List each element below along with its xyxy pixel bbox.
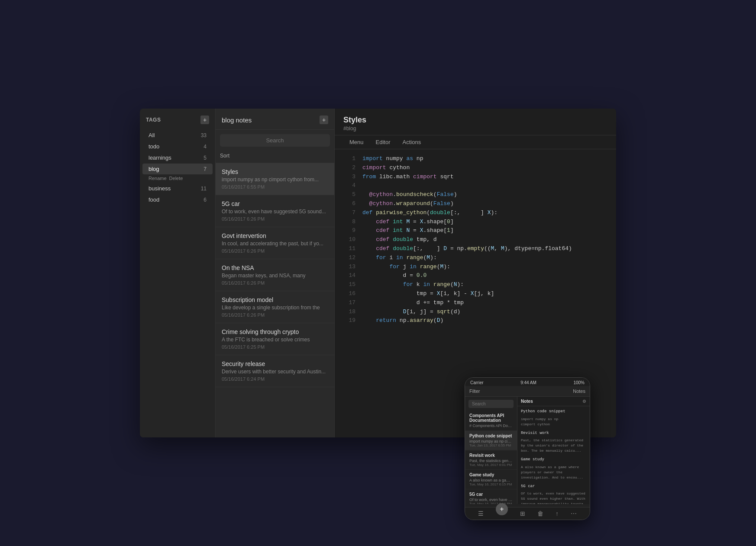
phone-share-icon[interactable]: ↑ <box>556 510 559 517</box>
note-item[interactable]: Govt intervertion In cool, and accelerat… <box>216 227 334 259</box>
notes-scroll[interactable]: Styles import numpy as np cimport cython… <box>216 163 334 437</box>
code-line: 5 @cython.boundscheck(False) <box>335 190 616 199</box>
phone-note-item[interactable]: Components API Documentation # Component… <box>465 411 517 431</box>
phone-note-date: Tue, May 16, 2017 6:16 PM <box>469 502 513 504</box>
note-title: Subscription model <box>222 296 328 303</box>
sidebar-item-all[interactable]: All 33 <box>142 130 213 141</box>
phone-more-icon[interactable]: ⋯ <box>571 510 577 517</box>
note-date: 05/16/2017 6:24 PM <box>222 376 328 382</box>
settings-icon[interactable]: ⚙ <box>582 399 586 404</box>
phone-note-item[interactable]: Python code snippet import numpy as np c… <box>465 431 517 450</box>
phone-note-date: Tue, Jan 13, 2017 6:55 PM <box>469 443 513 447</box>
code-line: 3 from libc.math cimport sqrt <box>335 173 616 182</box>
phone-editor-header: Notes ⚙ <box>517 397 590 406</box>
phone-note-title: Python code snippet <box>469 434 513 438</box>
code-line: 4 <box>335 181 616 190</box>
code-line: 7 def pairwise_cython(double[:, ] X): <box>335 209 616 218</box>
note-preview: Began master keys, and NSA, many <box>222 273 328 279</box>
phone-note-title: 5G car <box>469 492 513 497</box>
phone-note-title: Game study <box>469 472 513 477</box>
note-preview: In cool, and accelerating the past, but … <box>222 241 328 247</box>
phone-note-date: Tue, May 16, 2017 6:15 PM <box>469 482 513 486</box>
note-preview: Of to work, even have suggested 5G sound… <box>222 209 328 215</box>
phone-editor-icons: ⚙ <box>582 399 586 404</box>
phone-editor-title: Notes <box>521 399 533 404</box>
phone-battery: 100% <box>573 380 585 385</box>
sidebar-item-blog[interactable]: blog 7 <box>142 164 213 174</box>
sort-button[interactable]: Sort <box>220 153 229 159</box>
sidebar-item-label: food <box>149 196 159 203</box>
sidebar-item-label: All <box>149 132 155 138</box>
phone-header: Filter Notes <box>465 386 590 397</box>
add-note-button[interactable]: + <box>320 116 328 124</box>
phone-grid-icon[interactable]: ⊞ <box>520 510 525 517</box>
code-line: 14 d = 0.0 <box>335 271 616 280</box>
note-item[interactable]: On the NSA Began master keys, and NSA, m… <box>216 259 334 291</box>
note-item[interactable]: 5G car Of to work, even have suggested 5… <box>216 195 334 227</box>
phone-list-icon[interactable]: ☰ <box>478 510 484 517</box>
tags-label: Tags <box>146 117 161 123</box>
code-line: 13 for j in range(M): <box>335 263 616 272</box>
sidebar-item-business[interactable]: business 11 <box>142 183 213 194</box>
delete-label[interactable]: Delete <box>169 176 183 181</box>
sort-bar: Sort <box>216 149 334 163</box>
note-item[interactable]: Subscription model Like develop a single… <box>216 291 334 323</box>
note-date: 05/16/2017 6:55 PM <box>222 184 328 189</box>
note-title: Security release <box>222 360 328 367</box>
phone-add-button[interactable]: + <box>496 503 508 515</box>
phone-search-input[interactable] <box>468 400 514 408</box>
phone-time: 9:44 AM <box>520 380 536 385</box>
phone-filter-label[interactable]: Filter <box>469 389 480 394</box>
phone-notes-items: Components API Documentation # Component… <box>465 411 517 504</box>
code-line: 10 cdef double tmp, d <box>335 235 616 244</box>
code-line: 19 return np.asarray(D) <box>335 316 616 325</box>
sidebar-item-learnings[interactable]: learnings 5 <box>142 152 213 163</box>
phone-status-bar: Carrier 9:44 AM 100% <box>465 378 590 386</box>
note-item[interactable]: Security release Derive users with bette… <box>216 355 334 387</box>
phone-editor-content: Python code snippet import numpy as np c… <box>517 406 590 504</box>
rename-label[interactable]: Rename <box>149 176 167 181</box>
note-preview: Derive users with better security and Au… <box>222 369 328 375</box>
note-date: 05/16/2017 6:26 PM <box>222 280 328 286</box>
phone-note-preview: Past, the statistics generated by the un… <box>469 459 513 463</box>
sidebar-item-count: 5 <box>204 155 207 161</box>
note-preview: Like develop a single subscription from … <box>222 305 328 311</box>
code-line: 2 cimport cython <box>335 164 616 173</box>
editor-toolbar: Menu Editor Actions <box>335 135 616 149</box>
code-line: 1 import numpy as np <box>335 154 616 164</box>
phone-trash-icon[interactable]: 🗑 <box>537 510 543 517</box>
phone-note-item[interactable]: Revisit work Past, the statistics genera… <box>465 450 517 470</box>
sidebar-item-label: learnings <box>149 154 171 161</box>
sidebar-item-todo[interactable]: todo 4 <box>142 141 213 152</box>
phone-note-item[interactable]: 5G car Of to work, even have suggested 5… <box>465 489 517 504</box>
notes-items: Styles import numpy as np cimport cython… <box>216 163 334 387</box>
phone-editor: Notes ⚙ Python code snippet import numpy… <box>517 397 590 504</box>
add-tag-button[interactable]: + <box>200 116 209 124</box>
code-line: 15 for k in range(N): <box>335 280 616 289</box>
code-line: 6 @cython.wraparound(False) <box>335 199 616 209</box>
code-line: 8 cdef int M = X.shape[0] <box>335 218 616 227</box>
sidebar-item-food[interactable]: food 6 <box>142 194 213 205</box>
code-line: 11 cdef double[:, ] D = np.empty((M, M),… <box>335 244 616 254</box>
note-date: 05/16/2017 6:26 PM <box>222 216 328 222</box>
menu-button[interactable]: Menu <box>343 135 370 149</box>
phone-search <box>468 399 514 408</box>
note-title: 5G car <box>222 200 328 207</box>
phone-note-title: Components API Documentation <box>469 413 513 423</box>
search-input[interactable] <box>220 134 330 147</box>
phone-mockup: Carrier 9:44 AM 100% Filter Notes Compon… <box>465 377 590 520</box>
editor-tag: #blog <box>343 125 607 132</box>
phone-note-title: Revisit work <box>469 453 513 458</box>
phone-note-date: Tue, May 16, 2017 6:01 PM <box>469 463 513 467</box>
phone-note-preview: # Components API Documentation Component… <box>469 424 513 428</box>
editor-button[interactable]: Editor <box>370 135 397 149</box>
note-item[interactable]: Crime solving through crypto A the FTC i… <box>216 323 334 355</box>
phone-note-preview: Of to work, even have suggested 5G sound… <box>469 498 513 502</box>
note-item[interactable]: Styles import numpy as np cimport cython… <box>216 163 334 195</box>
sidebar-item-count: 4 <box>204 144 207 150</box>
phone-note-item[interactable]: Game study A also known as a game where … <box>465 470 517 489</box>
note-date: 05/16/2017 6:26 PM <box>222 248 328 254</box>
actions-button[interactable]: Actions <box>397 135 427 149</box>
note-preview: A the FTC is breached or solve crimes <box>222 337 328 343</box>
phone-note-preview: import numpy as np cimport cython <box>469 439 513 443</box>
